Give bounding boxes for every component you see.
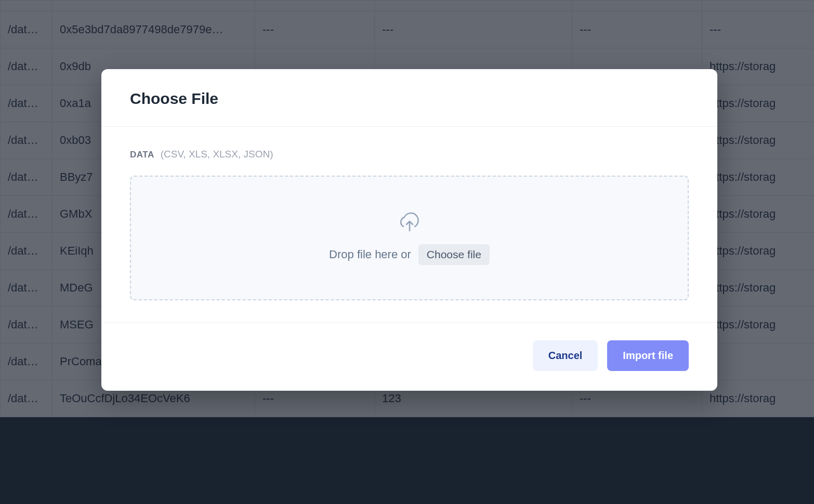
- modal-header: Choose File: [101, 69, 717, 127]
- cancel-button[interactable]: Cancel: [533, 340, 598, 371]
- data-label-row: DATA (CSV, XLS, XLSX, JSON): [130, 149, 689, 160]
- file-dropzone[interactable]: Drop file here or Choose file: [130, 176, 689, 300]
- cloud-upload-icon: [397, 211, 422, 233]
- choose-file-modal: Choose File DATA (CSV, XLS, XLSX, JSON) …: [101, 69, 717, 391]
- modal-body: DATA (CSV, XLS, XLSX, JSON) Drop file he…: [101, 127, 717, 323]
- choose-file-button[interactable]: Choose file: [418, 244, 490, 265]
- import-file-button[interactable]: Import file: [607, 340, 689, 371]
- drop-file-text: Drop file here or: [329, 248, 411, 261]
- modal-footer: Cancel Import file: [101, 323, 717, 391]
- dropzone-text-row: Drop file here or Choose file: [329, 244, 490, 265]
- data-formats: (CSV, XLS, XLSX, JSON): [161, 149, 273, 160]
- modal-title: Choose File: [130, 90, 689, 108]
- data-label: DATA: [130, 150, 154, 160]
